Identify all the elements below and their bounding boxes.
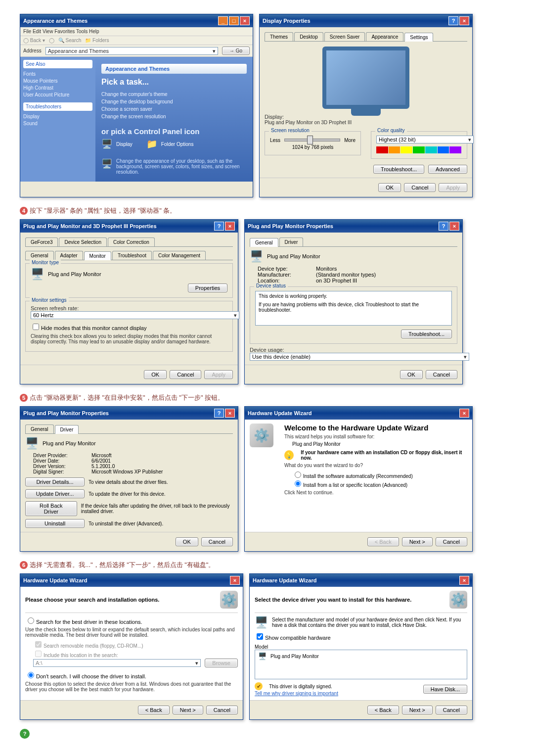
folder-options-label[interactable]: Folder Options	[161, 142, 194, 147]
hide-modes-checkbox[interactable]	[33, 324, 39, 330]
cancel-button[interactable]: Cancel	[206, 706, 238, 714]
sidebar-item[interactable]: Display	[23, 114, 92, 119]
tab-driver[interactable]: Driver	[55, 425, 79, 434]
driver-details-button[interactable]: Driver Details...	[25, 477, 85, 486]
tab-general[interactable]: General	[250, 238, 278, 247]
cancel-button[interactable]: Cancel	[170, 370, 201, 379]
device-usage-select[interactable]: Use this device (enable)	[250, 353, 469, 361]
ok-button[interactable]: OK	[176, 537, 198, 546]
tab-adapter[interactable]: Adapter	[55, 251, 83, 260]
ok-button[interactable]: OK	[378, 183, 401, 192]
help-icon[interactable]: ?	[439, 222, 448, 231]
next-button[interactable]: Next >	[402, 537, 433, 546]
search-button[interactable]: 🔍 Search	[58, 38, 81, 43]
opt-auto-radio[interactable]	[295, 472, 301, 478]
maximize-icon[interactable]: □	[229, 16, 239, 25]
sidebar-item[interactable]: Sound	[23, 121, 92, 126]
close-icon[interactable]: ×	[449, 222, 459, 231]
task-link[interactable]: Choose a screen saver	[101, 106, 247, 112]
dont-search-radio[interactable]	[28, 672, 34, 678]
apply-button[interactable]: Apply	[204, 370, 233, 379]
folder-options-icon[interactable]: 📁	[146, 139, 157, 149]
show-compat-checkbox[interactable]	[257, 633, 263, 640]
tab-color-correction[interactable]: Color Correction	[108, 237, 155, 246]
help-icon[interactable]: ?	[214, 409, 224, 418]
sidebar-item[interactable]: High Contrast	[23, 85, 92, 91]
next-button[interactable]: Next >	[402, 706, 433, 714]
menu-bar[interactable]: File Edit View Favorites Tools Help	[20, 27, 253, 36]
update-driver-button[interactable]: Update Driver...	[25, 489, 85, 498]
close-icon[interactable]: ×	[240, 16, 250, 25]
wizard1-title: Hardware Update Wizard	[248, 410, 312, 416]
address-field[interactable]: Appearance and Themes	[45, 47, 218, 55]
back-button[interactable]: ◯ Back ▾	[23, 38, 45, 43]
close-icon[interactable]: ×	[459, 16, 469, 25]
wizard3-title: Hardware Update Wizard	[253, 577, 317, 583]
task-link[interactable]: Change the screen resolution	[101, 114, 247, 119]
properties-button[interactable]: Properties	[188, 284, 227, 292]
refresh-select[interactable]: 60 Hertz	[31, 311, 239, 319]
close-icon[interactable]: ×	[459, 409, 469, 418]
tab-desktop[interactable]: Desktop	[294, 32, 323, 41]
model-list[interactable]: 🖥️Plug and Play Monitor	[255, 650, 467, 679]
tab-troubleshoot[interactable]: Troubleshoot	[112, 251, 152, 260]
ok-button[interactable]: OK	[144, 370, 167, 379]
tab-monitor[interactable]: Monitor	[84, 251, 111, 260]
close-icon[interactable]: ×	[230, 576, 240, 585]
forward-button[interactable]: ◯	[49, 38, 54, 43]
task-link[interactable]: Change the desktop background	[101, 99, 247, 104]
display-cpl-icon[interactable]: 🖥️	[101, 139, 112, 149]
folders-button[interactable]: 📁 Folders	[85, 38, 109, 43]
back-button[interactable]: < Back	[138, 706, 170, 714]
cancel-button[interactable]: Cancel	[436, 537, 467, 546]
ok-button[interactable]: OK	[400, 370, 423, 379]
tab-color-mgmt[interactable]: Color Management	[153, 251, 206, 260]
tab-screensaver[interactable]: Screen Saver	[324, 32, 365, 41]
tab-general[interactable]: General	[25, 425, 54, 433]
back-button[interactable]: < Back	[367, 706, 399, 714]
cancel-button[interactable]: Cancel	[436, 706, 467, 714]
tab-geforce[interactable]: GeForce3	[25, 237, 58, 246]
tellme-link[interactable]: Tell me why driver signing is important	[255, 691, 338, 696]
help-icon[interactable]: ?	[448, 16, 458, 25]
include-label: Include this location in the search:	[44, 653, 118, 658]
driver-date-value: 6/6/2001	[91, 458, 111, 464]
cancel-button[interactable]: Cancel	[201, 537, 233, 546]
minimize-icon[interactable]: _	[218, 16, 228, 25]
tab-appearance[interactable]: Appearance	[366, 32, 403, 41]
resolution-slider[interactable]	[284, 139, 340, 142]
wizard-icon: ⚙️	[220, 591, 238, 609]
signed-badge-icon: ✔	[255, 682, 263, 690]
driver-signer-value: Microsoft Windows XP Publisher	[91, 469, 163, 474]
rollback-driver-button[interactable]: Roll Back Driver	[25, 501, 77, 516]
tab-settings[interactable]: Settings	[404, 33, 433, 42]
apply-button[interactable]: Apply	[439, 183, 467, 192]
cancel-button[interactable]: Cancel	[426, 370, 457, 379]
close-icon[interactable]: ×	[225, 222, 235, 231]
sidebar-item[interactable]: Fonts	[23, 71, 92, 77]
opt-list-radio[interactable]	[295, 480, 301, 487]
troubleshoot-button[interactable]: Troubleshoot...	[401, 330, 452, 338]
back-button[interactable]: < Back	[367, 537, 399, 546]
device-status-legend: Device status	[254, 283, 288, 288]
sidebar-item[interactable]: User Account Picture	[23, 92, 92, 97]
task-link[interactable]: Change the computer's theme	[101, 92, 247, 97]
uninstall-button[interactable]: Uninstall	[25, 519, 85, 528]
close-icon[interactable]: ×	[225, 409, 235, 418]
tab-device-selection[interactable]: Device Selection	[59, 237, 106, 246]
have-disk-button[interactable]: Have Disk...	[423, 685, 467, 694]
troubleshoot-button[interactable]: Troubleshoot...	[373, 165, 424, 174]
tab-themes[interactable]: Themes	[265, 32, 293, 41]
tab-general[interactable]: General	[25, 251, 54, 260]
go-button[interactable]: → Go	[222, 47, 250, 55]
cancel-button[interactable]: Cancel	[404, 183, 436, 192]
tab-driver[interactable]: Driver	[279, 237, 304, 246]
display-cpl-label[interactable]: Display	[116, 142, 133, 147]
search-radio[interactable]	[28, 617, 34, 624]
close-icon[interactable]: ×	[459, 576, 469, 585]
color-quality-select[interactable]: Highest (32 bit)	[376, 136, 474, 143]
next-button[interactable]: Next >	[173, 706, 203, 714]
sidebar-item[interactable]: Mouse Pointers	[23, 78, 92, 84]
help-icon[interactable]: ?	[214, 222, 224, 231]
advanced-button[interactable]: Advanced	[428, 165, 467, 174]
